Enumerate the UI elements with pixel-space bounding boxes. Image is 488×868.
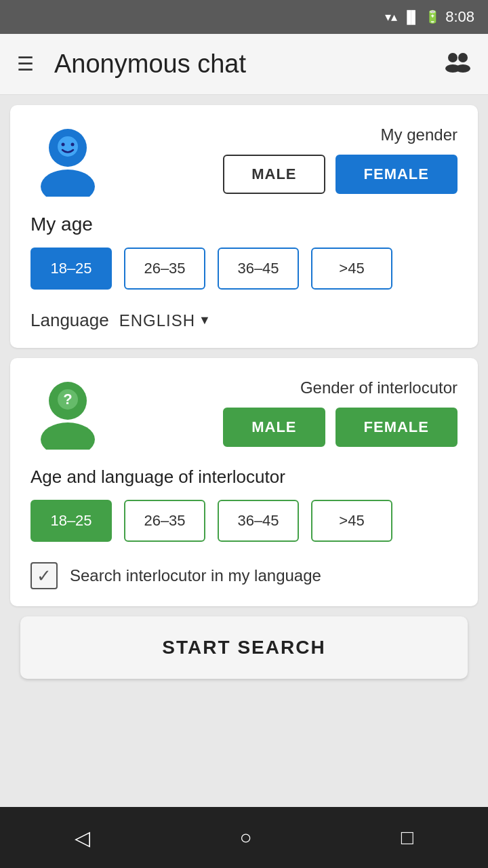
- back-nav-icon[interactable]: ◁: [75, 826, 90, 850]
- checkmark-icon: ✓: [37, 566, 52, 587]
- svg-point-9: [71, 143, 75, 146]
- battery-icon: 🔋: [425, 9, 440, 24]
- status-icons: ▾▴ ▐▌ 🔋 8:08: [385, 8, 474, 26]
- dropdown-arrow-icon: ▼: [199, 313, 211, 328]
- status-time: 8:08: [445, 8, 474, 26]
- interlocutor-age-label: Age and language of interlocutor: [30, 467, 458, 488]
- my-age-26-35[interactable]: 26–35: [124, 248, 205, 290]
- svg-text:?: ?: [63, 391, 72, 408]
- my-gender-female-button[interactable]: FEMALE: [336, 155, 458, 194]
- wifi-icon: ▾▴: [385, 9, 397, 24]
- my-age-36-45[interactable]: 36–45: [218, 248, 299, 290]
- svg-point-0: [448, 53, 458, 62]
- svg-point-3: [455, 64, 470, 73]
- interlocutor-age-18-25[interactable]: 18–25: [30, 500, 112, 542]
- interlocutor-card: ? Gender of interlocutor MALE FEMALE Age…: [10, 358, 478, 606]
- language-row: Language ENGLISH ▼: [30, 310, 458, 331]
- interlocutor-age-gt45[interactable]: >45: [311, 500, 392, 542]
- app-bar: ☰ Anonymous chat: [0, 34, 488, 95]
- profile-header: My gender MALE FEMALE: [30, 122, 458, 197]
- interlocutor-gender-buttons: MALE FEMALE: [223, 408, 458, 447]
- gender-label: My gender: [381, 125, 458, 144]
- my-age-gt45[interactable]: >45: [311, 248, 392, 290]
- language-value: ENGLISH: [119, 311, 195, 330]
- interlocutor-age-36-45[interactable]: 36–45: [218, 500, 299, 542]
- language-select[interactable]: ENGLISH ▼: [119, 311, 211, 330]
- interlocutor-header: ? Gender of interlocutor MALE FEMALE: [30, 375, 458, 450]
- gender-section: My gender MALE FEMALE: [105, 125, 458, 194]
- nav-bar: ◁ ○ □: [0, 807, 488, 868]
- start-search-button[interactable]: START SEARCH: [20, 616, 468, 679]
- app-title: Anonymous chat: [54, 50, 444, 79]
- people-icon[interactable]: [444, 51, 471, 78]
- interlocutor-gender-section: Gender of interlocutor MALE FEMALE: [105, 378, 458, 447]
- my-age-buttons: 18–25 26–35 36–45 >45: [30, 248, 458, 290]
- my-profile-card: My gender MALE FEMALE My age 18–25 26–35…: [10, 105, 478, 348]
- my-gender-male-button[interactable]: MALE: [223, 155, 325, 194]
- my-avatar: [30, 122, 105, 197]
- recent-nav-icon[interactable]: □: [401, 826, 413, 849]
- main-content: My gender MALE FEMALE My age 18–25 26–35…: [0, 95, 488, 807]
- svg-point-2: [458, 53, 468, 62]
- my-gender-buttons: MALE FEMALE: [223, 155, 458, 194]
- home-nav-icon[interactable]: ○: [239, 826, 251, 849]
- my-age-label: My age: [30, 214, 458, 235]
- language-search-row: ✓ Search interlocutor in my language: [30, 562, 458, 589]
- interlocutor-gender-male-button[interactable]: MALE: [223, 408, 325, 447]
- start-search-container: START SEARCH: [10, 616, 478, 692]
- status-bar: ▾▴ ▐▌ 🔋 8:08: [0, 0, 488, 34]
- svg-point-8: [62, 143, 65, 146]
- signal-icon: ▐▌: [403, 10, 420, 24]
- svg-point-5: [41, 170, 95, 197]
- svg-point-11: [41, 422, 95, 450]
- interlocutor-age-buttons: 18–25 26–35 36–45 >45: [30, 500, 458, 542]
- interlocutor-age-26-35[interactable]: 26–35: [124, 500, 205, 542]
- svg-point-7: [58, 136, 78, 157]
- language-search-label: Search interlocutor in my language: [70, 566, 321, 585]
- interlocutor-gender-female-button[interactable]: FEMALE: [336, 408, 458, 447]
- menu-icon[interactable]: ☰: [17, 55, 34, 74]
- interlocutor-avatar: ?: [30, 375, 105, 450]
- language-label: Language: [30, 310, 109, 331]
- my-age-18-25[interactable]: 18–25: [30, 248, 112, 290]
- language-search-checkbox[interactable]: ✓: [30, 562, 58, 589]
- interlocutor-gender-label: Gender of interlocutor: [300, 378, 458, 397]
